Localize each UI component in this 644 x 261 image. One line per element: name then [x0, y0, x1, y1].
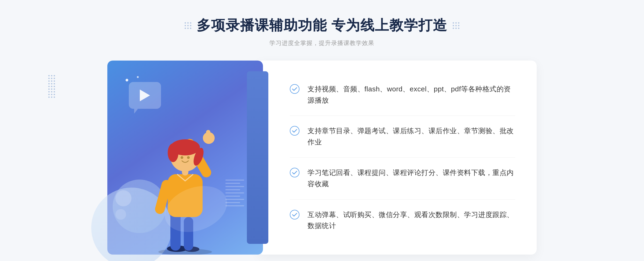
feature-item-4: 互动弹幕、试听购买、微信分享、观看次数限制、学习进度跟踪、数据统计 — [290, 200, 515, 241]
title-deco-left — [185, 22, 191, 29]
svg-rect-8 — [206, 130, 210, 141]
header-section: 多项录播课辅助功能 专为线上教学打造 学习进度全掌握，提升录播课教学效果 — [185, 16, 459, 47]
sparkle-1 — [126, 79, 128, 81]
svg-point-16 — [187, 156, 190, 159]
svg-point-13 — [168, 143, 178, 162]
svg-point-18 — [290, 84, 299, 94]
page-wrapper: 多项录播课辅助功能 专为线上教学打造 学习进度全掌握，提升录播课教学效果 » — [0, 0, 644, 261]
subtitle: 学习进度全掌握，提升录播课教学效果 — [269, 39, 374, 47]
title-deco-right — [453, 22, 459, 29]
svg-point-19 — [290, 126, 299, 135]
svg-point-15 — [181, 156, 183, 159]
small-circles — [115, 190, 131, 220]
feature-item-3: 学习笔记回看、课程提问、课程评论打分、课件资料下载，重点内容收藏 — [290, 158, 515, 199]
main-title: 多项录播课辅助功能 专为线上教学打造 — [197, 16, 447, 35]
person-illustration — [142, 115, 228, 255]
play-icon — [140, 90, 150, 101]
content-area: » — [107, 61, 537, 255]
feature-item-2: 支持章节目录、弹题考试、课后练习、课后作业、章节测验、批改作业 — [290, 116, 515, 158]
feature-text-2: 支持章节目录、弹题考试、课后练习、课后作业、章节测验、批改作业 — [308, 125, 515, 148]
feature-text-1: 支持视频、音频、flash、word、excel、ppt、pdf等各种格式的资源… — [308, 84, 515, 106]
check-icon-3 — [290, 168, 299, 177]
features-panel: 支持视频、音频、flash、word、excel、ppt、pdf等各种格式的资源… — [258, 61, 537, 255]
bg-dots-left — [48, 75, 55, 98]
sparkle-2 — [137, 76, 139, 78]
play-bubble — [129, 82, 161, 109]
blue-accent-panel — [247, 71, 268, 244]
check-icon-2 — [290, 126, 299, 136]
feature-text-4: 互动弹幕、试听购买、微信分享、观看次数限制、学习进度跟踪、数据统计 — [308, 209, 515, 232]
stripe-decoration — [225, 180, 247, 212]
illustration-card — [107, 61, 263, 255]
svg-point-20 — [290, 168, 299, 177]
title-row: 多项录播课辅助功能 专为线上教学打造 — [185, 16, 459, 35]
check-icon-4 — [290, 210, 299, 219]
svg-point-21 — [290, 210, 299, 219]
feature-item-1: 支持视频、音频、flash、word、excel、ppt、pdf等各种格式的资源… — [290, 74, 515, 116]
check-icon-1 — [290, 84, 299, 94]
feature-text-3: 学习笔记回看、课程提问、课程评论打分、课件资料下载，重点内容收藏 — [308, 167, 515, 189]
